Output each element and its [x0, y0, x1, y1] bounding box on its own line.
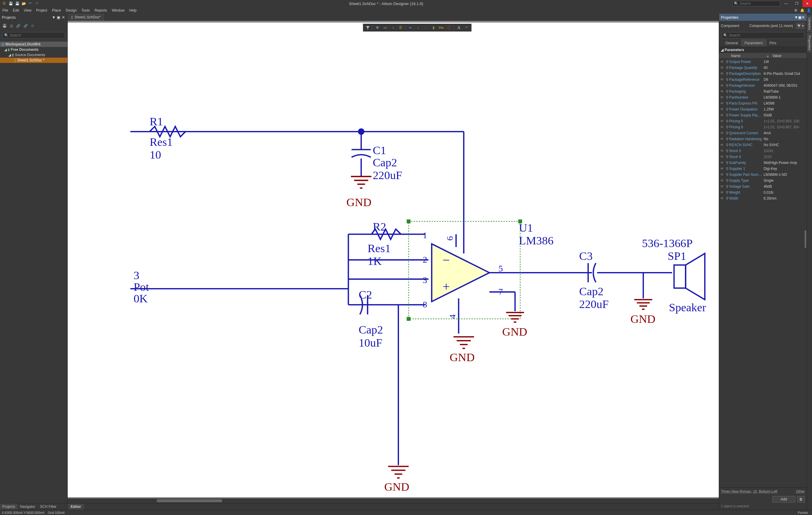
global-search[interactable]: 🔍	[732, 1, 780, 6]
maximize-button[interactable]: ❐	[792, 0, 801, 7]
open-icon[interactable]: 📂	[21, 1, 27, 6]
param-row[interactable]: 👁⚲Power Dissipation1.25W	[719, 106, 807, 112]
panel-menu-icon[interactable]: ▼	[794, 15, 798, 20]
param-value[interactable]: 8-Pin Plastic Small Out	[762, 71, 807, 76]
v-scrollbar[interactable]	[804, 59, 807, 487]
redo-icon[interactable]: ↷	[34, 1, 40, 6]
arc-icon[interactable]: ◠	[463, 24, 470, 31]
col-name[interactable]: Name ▴	[729, 53, 771, 58]
param-value[interactable]: 6.35mm	[762, 196, 807, 200]
param-row[interactable]: 👁⚲PackageReferenceD8	[719, 77, 807, 83]
visibility-icon[interactable]: 👁	[719, 78, 725, 82]
param-value[interactable]: Single	[762, 178, 807, 183]
menu-design[interactable]: Design	[63, 8, 79, 13]
menu-edit[interactable]: Edit	[10, 8, 21, 13]
visibility-icon[interactable]: 👁	[719, 196, 725, 200]
save-all-icon[interactable]: 💾	[14, 1, 20, 6]
param-row[interactable]: 👁⚲Output Power1W	[719, 59, 807, 65]
param-value[interactable]: No	[762, 137, 807, 141]
project-tree[interactable]: ▤ Workspace1.DsnWrk ◢ ▮ Free Documents ◢…	[0, 40, 67, 503]
save-project-icon[interactable]: 💾	[2, 24, 7, 28]
tab-navigator[interactable]: Navigator	[18, 504, 37, 510]
align-icon[interactable]: ⫞	[389, 24, 396, 31]
panel-pin-icon[interactable]: ▣	[56, 15, 61, 20]
part-icon[interactable]: D1▸	[438, 24, 445, 31]
panel-menu-icon[interactable]: ▼	[51, 15, 56, 20]
save-icon[interactable]: 💾	[8, 1, 14, 6]
visibility-icon[interactable]: 👁	[719, 131, 725, 135]
param-row[interactable]: 👁⚲Supplier Part NumberLM386M-1-ND	[719, 172, 807, 178]
param-value[interactable]: 40	[762, 66, 807, 70]
visibility-icon[interactable]: 👁	[719, 184, 725, 189]
param-row[interactable]: 👁⚲Parts Express PNLM386	[719, 101, 807, 106]
param-row[interactable]: 👁⚲Radiation HardeningNo	[719, 136, 807, 142]
tab-projects[interactable]: Projects	[0, 504, 18, 510]
param-row[interactable]: 👁⚲PackageDescription8-Pin Plastic Small …	[719, 71, 807, 77]
visibility-icon[interactable]: 👁	[719, 125, 725, 129]
components-count[interactable]: Components (and 11 more)	[742, 24, 793, 28]
param-row[interactable]: 👁⚲SubFamilyMid/High-Power Amp	[719, 160, 807, 166]
port-icon[interactable]: ▮	[430, 24, 437, 31]
close-button[interactable]: ✕	[803, 0, 812, 7]
visibility-icon[interactable]: 👁	[719, 113, 725, 117]
param-row[interactable]: 👁⚲Pricing 61=1.01, 10=0.857, 50=	[719, 124, 807, 130]
move-icon[interactable]: ✥	[374, 24, 381, 31]
menu-tools[interactable]: Tools	[79, 8, 92, 13]
param-row[interactable]: 👁⚲Stock 62224	[719, 154, 807, 160]
collapse-icon[interactable]: ◢	[4, 48, 7, 52]
param-row[interactable]: 👁⚲PackagingRail/Tube	[719, 88, 807, 94]
param-value[interactable]: 1=1.01, 10=0.857, 50=	[762, 125, 807, 129]
free-docs-node[interactable]: ◢ ▮ Free Documents	[0, 47, 67, 52]
project-settings-icon[interactable]: ⚙	[31, 24, 34, 28]
delete-button[interactable]: 🗑	[797, 496, 805, 503]
visibility-icon[interactable]: 👁	[719, 66, 725, 70]
param-value[interactable]: 10241	[762, 149, 807, 153]
param-value[interactable]: 2224	[762, 155, 807, 159]
param-value[interactable]: 46dB	[762, 184, 807, 189]
visibility-icon[interactable]: 👁	[719, 173, 725, 177]
col-value[interactable]: Value	[771, 53, 807, 58]
visibility-icon[interactable]: 👁	[719, 83, 725, 88]
tab-parameters[interactable]: Parameters	[741, 39, 766, 47]
filter-dropdown[interactable]: ▾	[796, 23, 805, 29]
param-value[interactable]: 4mA	[762, 131, 807, 135]
param-value[interactable]: LM386	[762, 101, 807, 106]
param-row[interactable]: 👁⚲PackageVersion4040047-3/M, 06/201	[719, 83, 807, 88]
param-row[interactable]: 👁⚲Quiescent Current4mA	[719, 130, 807, 136]
collapse-icon[interactable]: ◢	[721, 48, 724, 52]
wire-icon[interactable]: ≂	[407, 24, 414, 31]
param-value[interactable]: D8	[762, 78, 807, 82]
visibility-icon[interactable]: 👁	[719, 149, 725, 153]
param-value[interactable]: Digi-Key	[762, 167, 807, 171]
visibility-icon[interactable]: 👁	[719, 60, 725, 64]
canvas[interactable]: − +	[68, 21, 719, 503]
menu-window[interactable]: Window	[110, 8, 127, 13]
visibility-icon[interactable]: 👁	[719, 190, 725, 195]
font-style-row[interactable]: Times New Roman, 10, Bottom-Left Other	[721, 489, 805, 494]
source-docs-node[interactable]: ◢ ▮ Source Documents	[0, 52, 67, 58]
compile-icon[interactable]: ▦	[10, 24, 13, 28]
visibility-icon[interactable]: 👁	[719, 71, 725, 76]
param-value[interactable]: LM386M-1	[762, 95, 807, 99]
parameters-grid[interactable]: 👁⚲Output Power1W👁⚲Package Quantity40👁⚲Pa…	[719, 59, 807, 487]
param-row[interactable]: 👁⚲Package Quantity40	[719, 65, 807, 71]
tab-pins[interactable]: Pins	[766, 39, 780, 47]
visibility-icon[interactable]: 👁	[719, 89, 725, 93]
add-button[interactable]: Add	[772, 496, 795, 503]
visibility-icon[interactable]: 👁	[719, 161, 725, 165]
param-value[interactable]: LM386M-1-ND	[762, 173, 807, 177]
param-value[interactable]: 1.25W	[762, 107, 807, 111]
text-icon[interactable]: A	[455, 24, 462, 31]
h-scrollbar[interactable]	[68, 498, 719, 503]
rail-properties[interactable]: Properties	[807, 33, 812, 52]
settings-icon[interactable]: ⚙	[792, 7, 799, 14]
tab-general[interactable]: General	[722, 39, 741, 47]
collapse-icon[interactable]: ◢	[8, 53, 11, 57]
param-value[interactable]: 0.01lb	[762, 190, 807, 195]
visibility-icon[interactable]: 👁	[719, 101, 725, 106]
filter-icon[interactable]	[364, 24, 371, 31]
menu-reports[interactable]: Reports	[92, 8, 110, 13]
visibility-icon[interactable]: 👁	[719, 107, 725, 111]
param-row[interactable]: 👁⚲Width6.35mm	[719, 195, 807, 201]
document-tab[interactable]: ▯ Sheet1.SchDoc*	[68, 14, 104, 21]
